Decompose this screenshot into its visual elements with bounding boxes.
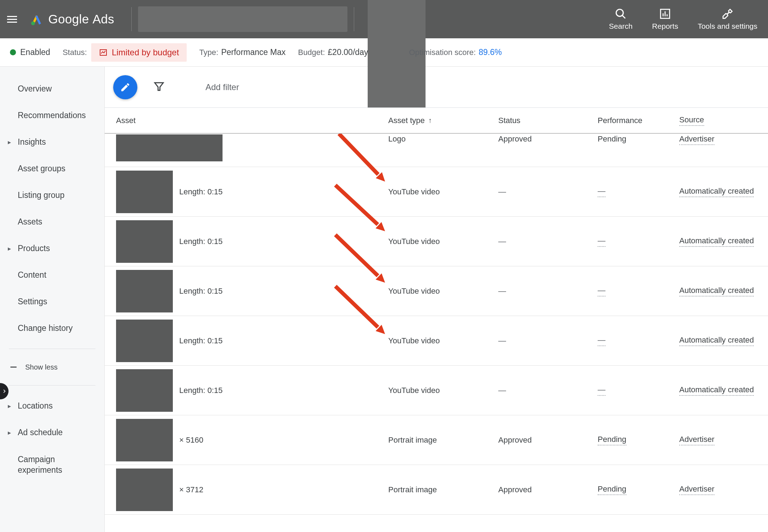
cell-performance: —	[589, 236, 671, 247]
reports-icon	[659, 8, 671, 20]
asset-meta: Length: 0:15	[179, 237, 223, 246]
asset-thumbnail[interactable]	[116, 171, 173, 213]
sidebar-item[interactable]: ▸Locations	[0, 393, 104, 419]
asset-thumbnail[interactable]	[116, 369, 173, 412]
search-tool[interactable]: Search	[609, 8, 633, 31]
sidebar-item[interactable]: Listing group	[0, 182, 104, 209]
cell-type: YouTube video	[380, 187, 490, 196]
asset-meta: × 5160	[179, 436, 203, 445]
chevron-right-icon: ▸	[8, 429, 11, 437]
budget-label: Budget:	[298, 48, 325, 57]
asset-thumbnail[interactable]	[116, 270, 173, 312]
col-status-header[interactable]: Status	[490, 116, 589, 125]
sidebar-item-label: Products	[18, 244, 50, 253]
divider	[131, 7, 132, 31]
cell-type: Portrait image	[380, 485, 490, 494]
filter-button[interactable]	[153, 81, 165, 93]
table-row[interactable]: Length: 0:15YouTube video——Automatically…	[105, 266, 768, 316]
cell-type: YouTube video	[380, 386, 490, 395]
sidebar-item-label: Insights	[18, 137, 46, 147]
cell-asset: Length: 0:15	[105, 171, 380, 213]
sidebar-item-label: Listing group	[18, 190, 65, 200]
cell-performance: Pending	[589, 484, 671, 495]
cell-status: —	[490, 237, 589, 246]
sidebar-item[interactable]: Asset groups	[0, 155, 104, 182]
cell-source: Advertiser	[671, 134, 768, 145]
cell-status: —	[490, 187, 589, 196]
type-value: Performance Max	[221, 48, 286, 57]
tools-settings-tool[interactable]: Tools and settings	[698, 8, 757, 31]
cell-asset: Length: 0:15	[105, 270, 380, 312]
add-filter-button[interactable]: Add filter	[205, 82, 239, 92]
menu-icon[interactable]	[7, 12, 21, 26]
table-toolbar: Add filter	[105, 67, 768, 107]
table-row[interactable]: × 3712Portrait imageApprovedPendingAdver…	[105, 465, 768, 515]
svg-line-2	[622, 15, 625, 18]
table-row[interactable]: Length: 0:15YouTube video——Automatically…	[105, 217, 768, 266]
asset-meta: Length: 0:15	[179, 187, 223, 196]
budget-value: £20.00/day	[328, 48, 368, 57]
opt-score-link[interactable]: 89.6%	[479, 48, 502, 57]
sidebar-item[interactable]: ▸Products	[0, 235, 104, 262]
cell-asset: Length: 0:15	[105, 320, 380, 362]
col-source-header[interactable]: Source	[671, 115, 768, 126]
show-less-button[interactable]: Show less	[0, 356, 104, 378]
table-row[interactable]: LogoApprovedPendingAdvertiser	[105, 134, 768, 167]
chevron-right-icon: ▸	[8, 138, 11, 146]
col-asset-header[interactable]: Asset	[105, 116, 380, 125]
sidebar-item[interactable]: Assets	[0, 209, 104, 235]
svg-marker-9	[155, 83, 163, 90]
sidebar-item[interactable]: Campaign experiments	[0, 446, 104, 484]
sidebar-item[interactable]: ▸Ad schedule	[0, 419, 104, 446]
app-name: Google Ads	[48, 12, 114, 26]
table-row[interactable]: Length: 0:15YouTube video——Automatically…	[105, 167, 768, 217]
limited-budget-chip[interactable]: Limited by budget	[91, 43, 187, 62]
sidebar-divider	[9, 349, 95, 349]
asset-meta: Length: 0:15	[179, 287, 223, 296]
logo[interactable]: Google Ads	[30, 12, 114, 26]
sidebar-divider	[9, 385, 95, 386]
sidebar-item-label: Asset groups	[18, 164, 65, 173]
sidebar-item[interactable]: ▸Insights	[0, 129, 104, 155]
asset-thumbnail[interactable]	[116, 320, 173, 362]
table-row[interactable]: Length: 0:15YouTube video——Automatically…	[105, 366, 768, 415]
reports-tool[interactable]: Reports	[652, 8, 678, 31]
minus-icon	[9, 362, 18, 372]
table-header-row: Asset Asset type↑ Status Performance Sou…	[105, 107, 768, 134]
col-type-header[interactable]: Asset type↑	[380, 116, 490, 125]
asset-meta: Length: 0:15	[179, 386, 223, 395]
cell-status: —	[490, 336, 589, 345]
sidebar-item-label: Campaign experiments	[18, 454, 92, 476]
cell-asset: × 3712	[105, 469, 380, 511]
table-row[interactable]: Length: 0:15YouTube video——Automatically…	[105, 316, 768, 366]
sidebar-item-label: Locations	[18, 401, 53, 411]
asset-thumbnail[interactable]	[116, 419, 173, 461]
sidebar-item[interactable]: Settings	[0, 288, 104, 315]
cell-type: Portrait image	[380, 436, 490, 445]
sidebar-item-label: Content	[18, 270, 46, 280]
asset-thumbnail[interactable]	[116, 220, 173, 263]
asset-thumbnail[interactable]	[116, 469, 173, 511]
enabled-status[interactable]: Enabled	[10, 48, 50, 57]
asset-thumbnail[interactable]	[116, 134, 223, 161]
sidebar-item[interactable]: Content	[0, 262, 104, 288]
account-selector-placeholder[interactable]	[138, 6, 347, 32]
sort-asc-icon: ↑	[428, 116, 432, 124]
cell-performance: —	[589, 187, 671, 197]
sidebar-item[interactable]: Recommendations	[0, 102, 104, 129]
wrench-icon	[722, 8, 734, 20]
asset-meta: × 3712	[179, 485, 203, 494]
svg-point-0	[31, 21, 35, 25]
sidebar-item-label: Ad schedule	[18, 428, 63, 437]
create-asset-fab[interactable]	[113, 75, 137, 99]
col-perf-header[interactable]: Performance	[589, 116, 671, 125]
sidebar-item-label: Settings	[18, 297, 47, 306]
table-body[interactable]: LogoApprovedPendingAdvertiserLength: 0:1…	[105, 134, 768, 532]
cell-type: Logo	[380, 134, 490, 144]
status-dot-icon	[10, 49, 16, 55]
table-row[interactable]: × 5160Portrait imageApprovedPendingAdver…	[105, 415, 768, 465]
sidebar-item[interactable]: Overview	[0, 76, 104, 102]
cell-performance: Pending	[589, 134, 671, 144]
sidebar-item[interactable]: Change history	[0, 315, 104, 342]
cell-source: Automatically created	[671, 385, 768, 396]
